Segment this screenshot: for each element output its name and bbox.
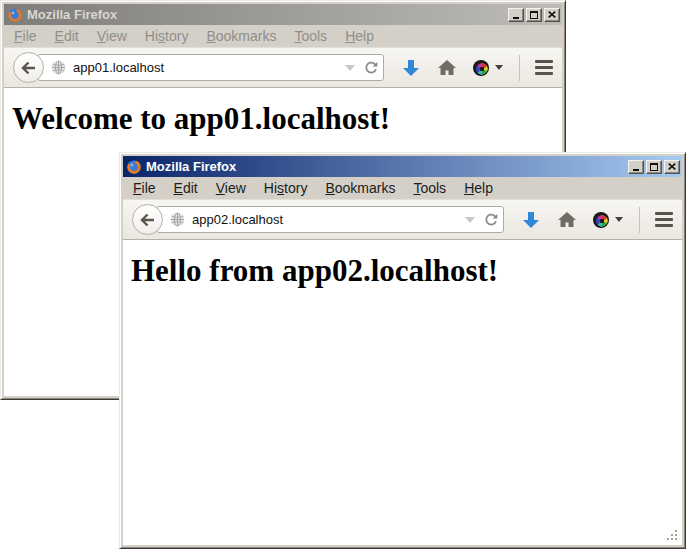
title-bar[interactable]: Mozilla Firefox [4, 4, 562, 25]
menu-hamburger-button[interactable] [655, 212, 673, 227]
close-icon [548, 11, 556, 18]
download-button[interactable] [521, 211, 541, 229]
menu-history[interactable]: History [136, 28, 198, 44]
addon-colorwheel-button[interactable] [593, 212, 623, 228]
menu-file[interactable]: File [124, 180, 165, 196]
minimize-button[interactable] [508, 8, 524, 22]
maximize-button[interactable] [526, 8, 542, 22]
menu-bookmarks[interactable]: Bookmarks [197, 28, 285, 44]
menu-hamburger-button[interactable] [535, 60, 553, 75]
reload-icon[interactable] [484, 213, 498, 227]
firefox-window-app02: Mozilla Firefox File Edit View History B… [119, 152, 686, 549]
title-bar[interactable]: Mozilla Firefox [123, 156, 682, 177]
home-icon [558, 212, 576, 227]
menu-edit[interactable]: Edit [46, 28, 88, 44]
page-heading: Hello from app02.localhost! [131, 253, 682, 289]
window-title: Mozilla Firefox [27, 7, 508, 22]
hamburger-icon [655, 212, 673, 215]
urlbar-dropdown-icon[interactable] [345, 65, 355, 71]
url-bar[interactable] [156, 206, 504, 233]
window-controls [508, 8, 560, 22]
colorwheel-icon [473, 60, 489, 76]
maximize-icon [530, 11, 538, 19]
site-globe-icon [51, 60, 66, 75]
maximize-button[interactable] [646, 160, 662, 174]
minimize-icon [513, 17, 519, 19]
download-arrow-icon [401, 59, 421, 77]
toolbar-separator [639, 207, 640, 233]
url-input[interactable] [192, 212, 461, 227]
colorwheel-icon [593, 212, 609, 228]
url-bar[interactable] [37, 54, 384, 81]
addon-colorwheel-button[interactable] [473, 60, 503, 76]
navigation-toolbar [4, 47, 562, 88]
back-button[interactable] [13, 52, 44, 83]
hamburger-icon [535, 60, 553, 63]
home-icon [438, 60, 456, 75]
firefox-logo-icon [126, 159, 142, 175]
page-content: Hello from app02.localhost! [123, 240, 682, 545]
menu-file[interactable]: File [5, 28, 46, 44]
menu-history[interactable]: History [255, 180, 317, 196]
reload-icon[interactable] [364, 61, 378, 75]
resize-grip[interactable] [665, 528, 677, 540]
menu-bar: File Edit View History Bookmarks Tools H… [4, 25, 562, 47]
page-heading: Welcome to app01.localhost! [12, 101, 562, 137]
menu-help[interactable]: Help [336, 28, 383, 44]
menu-view[interactable]: View [207, 180, 255, 196]
close-icon [668, 163, 676, 170]
minimize-button[interactable] [628, 160, 644, 174]
menu-tools[interactable]: Tools [285, 28, 336, 44]
urlbar-dropdown-icon[interactable] [465, 217, 475, 223]
caret-down-icon [615, 217, 623, 222]
download-button[interactable] [401, 59, 421, 77]
toolbar-separator [519, 55, 520, 81]
window-controls [628, 160, 680, 174]
caret-down-icon [495, 65, 503, 70]
home-button[interactable] [558, 212, 576, 227]
menu-bar: File Edit View History Bookmarks Tools H… [123, 177, 682, 199]
firefox-logo-icon [7, 7, 23, 23]
menu-view[interactable]: View [88, 28, 136, 44]
navigation-toolbar [123, 199, 682, 240]
url-input[interactable] [73, 60, 341, 75]
window-title: Mozilla Firefox [146, 159, 628, 174]
close-button[interactable] [544, 8, 560, 22]
menu-help[interactable]: Help [455, 180, 502, 196]
download-arrow-icon [521, 211, 541, 229]
back-arrow-icon [140, 213, 156, 227]
close-button[interactable] [664, 160, 680, 174]
site-globe-icon [170, 212, 185, 227]
menu-bookmarks[interactable]: Bookmarks [316, 180, 404, 196]
back-button[interactable] [132, 204, 163, 235]
minimize-icon [633, 169, 639, 171]
menu-tools[interactable]: Tools [404, 180, 455, 196]
back-arrow-icon [21, 61, 37, 75]
menu-edit[interactable]: Edit [165, 180, 207, 196]
home-button[interactable] [438, 60, 456, 75]
maximize-icon [650, 163, 658, 171]
